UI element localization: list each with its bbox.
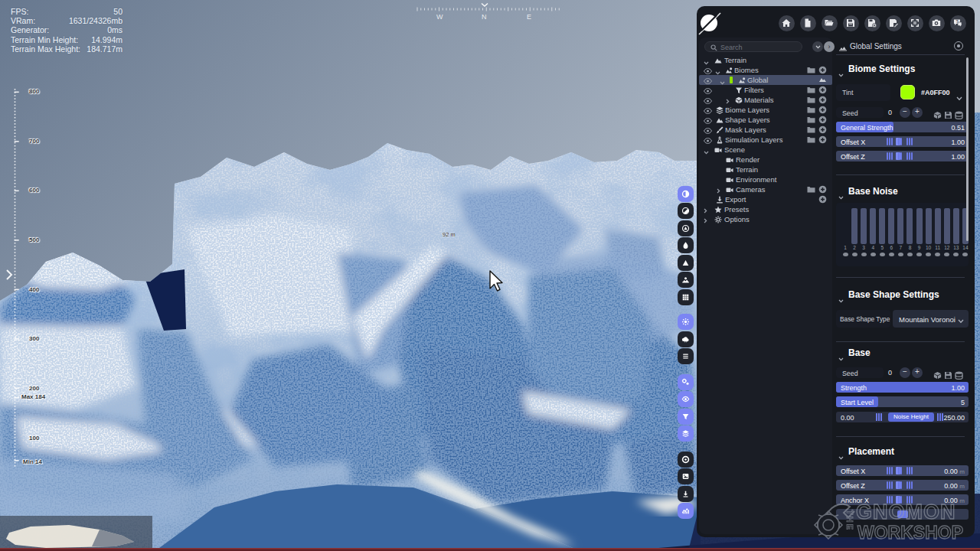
svg-text:?: ?: [956, 19, 958, 24]
svg-text:THE: THE: [845, 510, 854, 531]
svg-text:92 m: 92 m: [443, 231, 456, 238]
svg-text:GNOMON: GNOMON: [856, 500, 956, 523]
svg-text:WORKSHOP: WORKSHOP: [858, 523, 963, 542]
